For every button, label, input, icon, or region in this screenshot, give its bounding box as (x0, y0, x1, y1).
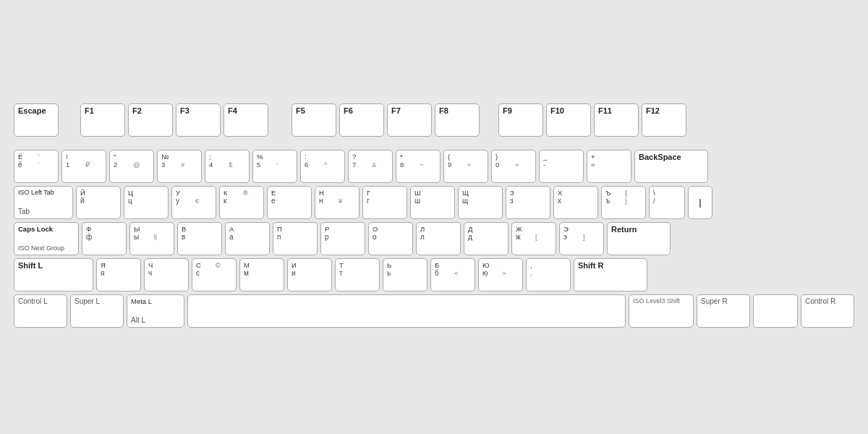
key-1[interactable]: ! 1₽ (61, 150, 106, 183)
key-ts-ru[interactable]: Ц ц (124, 186, 169, 219)
key-f8[interactable]: F8 (435, 103, 480, 137)
key-equal[interactable]: + = (587, 150, 631, 183)
key-hard-sign[interactable]: Ъ{ ъ} (601, 186, 646, 219)
key-shift-left[interactable]: Shift L (14, 258, 93, 292)
key-y-ru[interactable]: Ы ы§ (129, 222, 174, 255)
key-m-ru[interactable]: М м (239, 258, 284, 292)
key-capslock[interactable]: Caps Lock ISO Next Group (14, 222, 79, 255)
key-5[interactable]: % 5' (252, 150, 297, 183)
key-f7[interactable]: F7 (387, 103, 432, 137)
key-f6[interactable]: F6 (339, 103, 384, 137)
key-minus[interactable]: _ - (539, 150, 584, 183)
key-kh-ru[interactable]: Х х (553, 186, 598, 219)
shift-row: Shift L Я я Ч ч С© с М м (14, 258, 854, 292)
key-return[interactable]: Return (607, 222, 671, 255)
key-zh-ru[interactable]: Ж ж[ (511, 222, 556, 255)
key-escape[interactable]: Escape (14, 103, 59, 137)
key-f10[interactable]: F10 (546, 103, 591, 137)
key-8[interactable]: * 8~ (396, 150, 441, 183)
key-p-ru[interactable]: П п (273, 222, 318, 255)
key-t-ru[interactable]: Т т (335, 258, 380, 292)
key-space[interactable] (187, 294, 626, 328)
key-shift-right[interactable]: Shift R (574, 258, 647, 292)
key-backslash[interactable]: \ / (649, 186, 685, 219)
key-super-right[interactable]: Super R (697, 294, 750, 328)
key-i-ru[interactable]: И и (287, 258, 332, 292)
key-soft-sign[interactable]: Ь ь (383, 258, 427, 292)
key-0[interactable]: ) 0» (491, 150, 536, 183)
key-j-ru[interactable]: Й й (76, 186, 121, 219)
key-f2[interactable]: F2 (128, 103, 173, 137)
key-9[interactable]: ( 9« (443, 150, 488, 183)
key-f11[interactable]: F11 (594, 103, 639, 137)
key-super-left[interactable]: Super L (70, 294, 124, 328)
key-f-ru[interactable]: Ф ф (82, 222, 127, 255)
key-a-ru[interactable]: А а (225, 222, 270, 255)
key-n-ru[interactable]: Н н¥ (315, 186, 359, 219)
key-f5[interactable]: F5 (292, 103, 336, 137)
key-meta-left[interactable]: Meta L Alt L (127, 294, 184, 328)
key-z-ru[interactable]: З з (506, 186, 550, 219)
key-6[interactable]: : 6^ (300, 150, 345, 183)
key-f3[interactable]: F3 (176, 103, 221, 137)
qwerty-row: ISO Left Tab Tab Й й Ц ц У у€ (14, 186, 854, 219)
keyboard: Escape F1 F2 F3 F4 F5 F6 F7 F8 F9 F10 F1… (4, 90, 864, 344)
key-control-right[interactable]: Control R (801, 294, 854, 328)
key-7[interactable]: ? 7& (348, 150, 393, 183)
home-row: Caps Lock ISO Next Group Ф ф Ы ы§ В в (14, 222, 854, 255)
key-control-left[interactable]: Control L (14, 294, 67, 328)
key-l-ru[interactable]: Л л (416, 222, 461, 255)
key-4[interactable]: ; 4$ (205, 150, 250, 183)
key-b-ru[interactable]: Б б< (430, 258, 475, 292)
key-tab[interactable]: ISO Left Tab Tab (14, 186, 73, 219)
key-shch-ru[interactable]: Щ щ (458, 186, 503, 219)
key-comma[interactable]: , . (526, 258, 571, 292)
number-row: Ё` ё` ! 1₽ " 2@ № 3# (14, 150, 854, 183)
key-blank-right[interactable] (753, 294, 798, 328)
key-3[interactable]: № 3# (157, 150, 202, 183)
key-2[interactable]: " 2@ (109, 150, 154, 183)
key-f9[interactable]: F9 (498, 103, 543, 137)
key-e-ru[interactable]: Э э] (559, 222, 604, 255)
key-backspace[interactable]: BackSpace (634, 150, 708, 183)
key-f1[interactable]: F1 (80, 103, 125, 137)
function-key-row: Escape F1 F2 F3 F4 F5 F6 F7 F8 F9 F10 F1… (14, 103, 854, 137)
key-s-ru[interactable]: С© с (192, 258, 237, 292)
key-k-ru[interactable]: К® к (219, 186, 264, 219)
key-iso-level3-shift[interactable]: ISO Level3 Shift (629, 294, 694, 328)
key-d-ru[interactable]: Д д (464, 222, 509, 255)
key-u-ru[interactable]: У у€ (171, 186, 216, 219)
key-sh-ru[interactable]: Ш ш (410, 186, 455, 219)
key-yo[interactable]: Ё` ё` (14, 150, 59, 183)
key-ch-ru[interactable]: Ч ч (144, 258, 189, 292)
key-pipe[interactable]: | (688, 186, 712, 219)
key-f12[interactable]: F12 (642, 103, 686, 137)
key-v-ru[interactable]: В в (177, 222, 222, 255)
key-yu-ru[interactable]: Ю ю> (478, 258, 523, 292)
key-ye-ru[interactable]: Е е (267, 186, 312, 219)
key-r-ru[interactable]: Р р (320, 222, 365, 255)
key-ya-ru[interactable]: Я я (96, 258, 141, 292)
key-o-ru[interactable]: О о (368, 222, 413, 255)
bottom-row: Control L Super L Meta L Alt L ISO Level… (14, 294, 854, 328)
key-g-ru[interactable]: Г г (362, 186, 407, 219)
key-f4[interactable]: F4 (224, 103, 268, 137)
